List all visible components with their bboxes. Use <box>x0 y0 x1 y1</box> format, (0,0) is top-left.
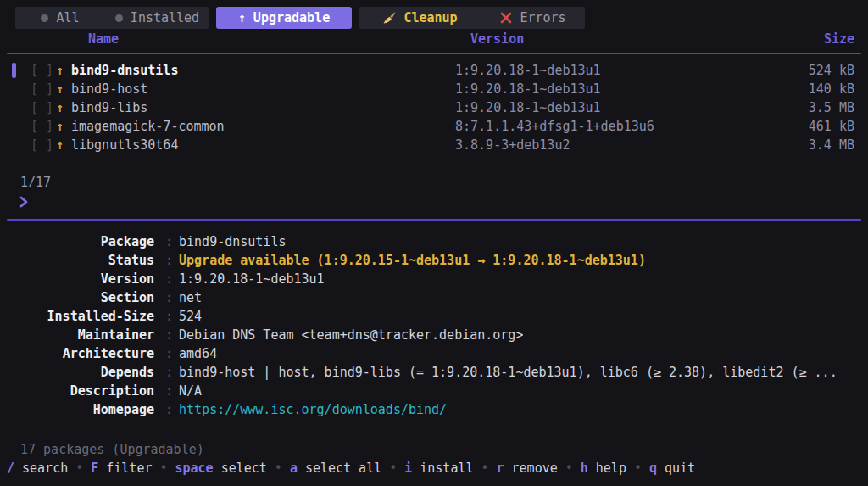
bullet-separator: • <box>275 459 282 478</box>
dot-icon <box>41 14 48 22</box>
package-size: 524 kB <box>809 61 854 80</box>
checkbox[interactable]: [ ] <box>31 80 53 98</box>
detail-row-status: Status:Upgrade available (1:9.20.15-1~de… <box>0 251 868 270</box>
table-row[interactable]: [ ] ↑ libgnutls30t64 3.8.9-3+deb13u2 3.4… <box>0 136 868 154</box>
package-name: bind9-libs <box>71 98 147 117</box>
detail-row-version: Version:1:9.20.18-1~deb13u1 <box>0 270 868 288</box>
dot-icon <box>115 14 123 22</box>
keybind-key: i <box>404 459 412 478</box>
package-name: bind9-dnsutils <box>71 61 178 80</box>
upgrade-arrow-icon: ↑ <box>56 136 64 154</box>
bullet-separator: • <box>481 459 489 478</box>
bullet-separator: • <box>389 459 397 478</box>
detail-row-package: Package:bind9-dnsutils <box>0 232 868 251</box>
tab-group-right: Cleanup Errors <box>359 7 585 29</box>
table-row[interactable]: [ ] ↑ bind9-host 1:9.20.18-1~deb13u1 140… <box>0 80 868 98</box>
tab-cleanup[interactable]: Cleanup <box>359 7 481 29</box>
prompt-chevron-icon <box>19 194 29 213</box>
tab-installed[interactable]: Installed <box>105 7 209 29</box>
keybind-select-all: aselect all <box>290 459 381 478</box>
detail-label: Architecture <box>0 344 154 363</box>
package-details-pane: Package:bind9-dnsutils Status:Upgrade av… <box>0 232 868 419</box>
tab-bar: All Installed ↑ Upgradable Cleanup <box>15 7 585 29</box>
upgrade-arrow-icon: ↑ <box>56 98 64 117</box>
tab-group-left: All Installed <box>15 7 209 29</box>
keybind-key: F <box>91 459 98 478</box>
table-row[interactable]: [ ] ↑ imagemagick-7-common 8:7.1.1.43+df… <box>0 117 868 136</box>
detail-value-status: Upgrade available (1:9.20.15-1~deb13u1 →… <box>179 251 646 270</box>
detail-row-architecture: Architecture:amd64 <box>0 344 868 363</box>
detail-label: Maintainer <box>0 326 154 344</box>
tab-upgradable-label: Upgradable <box>253 8 330 27</box>
keybind-key: q <box>649 459 657 478</box>
tab-all[interactable]: All <box>15 7 105 29</box>
keybind-quit: qquit <box>649 459 695 478</box>
keybind-filter: Ffilter <box>91 459 152 478</box>
column-header-size: Size <box>824 30 854 48</box>
detail-value: bind9-dnsutils <box>179 232 286 251</box>
tab-cleanup-label: Cleanup <box>403 8 457 27</box>
details-separator <box>7 219 861 221</box>
keybind-key: a <box>290 459 298 478</box>
keybind-bar: /search • Ffilter • spaceselect • aselec… <box>7 459 695 478</box>
checkbox[interactable]: [ ] <box>31 98 53 117</box>
package-size: 3.5 MB <box>809 98 854 117</box>
checkbox[interactable]: [ ] <box>31 117 53 136</box>
detail-label: Homepage <box>0 400 154 419</box>
bullet-separator: • <box>634 459 642 478</box>
upgrade-arrow-icon: ↑ <box>56 117 64 136</box>
detail-value: N/A <box>179 382 202 400</box>
column-header-row: Name Version Size <box>0 30 868 48</box>
keybind-remove: rremove <box>497 459 558 478</box>
tab-installed-label: Installed <box>131 8 199 27</box>
detail-value: net <box>179 288 202 307</box>
keybind-action: install <box>420 459 473 478</box>
colon-separator: : <box>165 382 173 400</box>
colon-separator: : <box>165 307 173 326</box>
package-count-status: 17 packages (Upgradable) <box>20 440 204 459</box>
keybind-install: iinstall <box>404 459 473 478</box>
keybind-key: space <box>175 459 214 478</box>
tab-upgradable[interactable]: ↑ Upgradable <box>216 7 352 29</box>
list-position-indicator: 1/17 <box>20 173 51 192</box>
keybind-help: hhelp <box>581 459 626 478</box>
bullet-separator: • <box>159 459 167 478</box>
column-header-version: Version <box>470 30 524 48</box>
keybind-search: /search <box>7 459 68 478</box>
detail-value: 524 <box>179 307 202 326</box>
package-size: 3.4 MB <box>809 136 854 154</box>
table-row[interactable]: [ ] ↑ bind9-dnsutils 1:9.20.18-1~deb13u1… <box>0 61 868 80</box>
colon-separator: : <box>165 400 173 419</box>
keybind-action: filter <box>106 459 152 478</box>
keybind-select: spaceselect <box>175 459 267 478</box>
bullet-separator: • <box>565 459 573 478</box>
detail-row-depends: Depends:bind9-host | host, bind9-libs (=… <box>0 363 868 382</box>
checkbox[interactable]: [ ] <box>31 61 53 80</box>
package-name: libgnutls30t64 <box>71 136 178 154</box>
keybind-action: help <box>596 459 626 478</box>
homepage-link[interactable]: https://www.isc.org/downloads/bind/ <box>179 400 447 419</box>
package-size: 461 kB <box>809 117 854 136</box>
keybind-action: remove <box>512 459 558 478</box>
package-size: 140 kB <box>809 80 854 98</box>
detail-value: amd64 <box>179 344 217 363</box>
detail-row-description: Description:N/A <box>0 382 868 400</box>
checkbox[interactable]: [ ] <box>31 136 53 154</box>
colon-separator: : <box>165 251 173 270</box>
search-prompt[interactable] <box>19 195 29 212</box>
keybind-action: select <box>221 459 267 478</box>
up-arrow-icon: ↑ <box>238 8 246 27</box>
header-separator <box>7 53 861 54</box>
tab-errors[interactable]: Errors <box>481 7 585 29</box>
package-version: 1:9.20.18-1~deb13u1 <box>455 61 601 80</box>
colon-separator: : <box>165 232 173 251</box>
detail-label: Version <box>0 270 154 288</box>
table-row[interactable]: [ ] ↑ bind9-libs 1:9.20.18-1~deb13u1 3.5… <box>0 98 868 117</box>
detail-label: Package <box>0 232 154 251</box>
column-header-name: Name <box>88 30 119 48</box>
detail-label: Status <box>0 251 154 270</box>
detail-label: Section <box>0 288 154 307</box>
colon-separator: : <box>165 270 173 288</box>
upgrade-arrow-icon: ↑ <box>56 61 64 80</box>
detail-label: Installed-Size <box>0 307 154 326</box>
